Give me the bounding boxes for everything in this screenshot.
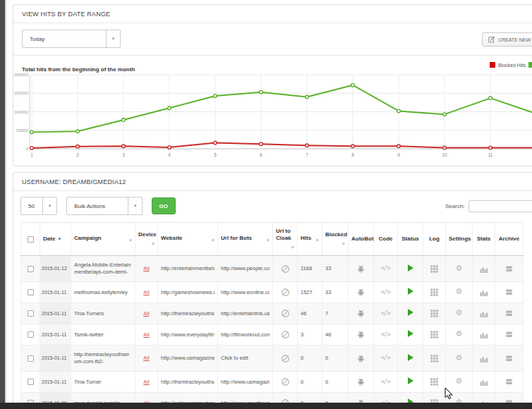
- website-cell[interactable]: http://entertainmentbelays...: [158, 256, 218, 282]
- stats-cell[interactable]: [473, 256, 495, 282]
- row-checkbox[interactable]: [28, 266, 34, 272]
- page-size-select[interactable]: 50 ▾: [20, 197, 57, 215]
- col-header-url-to-cloak[interactable]: Url to Cloak◆: [273, 223, 298, 256]
- go-button[interactable]: GO: [152, 197, 176, 214]
- date-range-select[interactable]: Today ▾: [22, 30, 121, 48]
- svg-text:2: 2: [76, 152, 79, 157]
- code-cell[interactable]: </>: [374, 324, 398, 346]
- settings-cell[interactable]: ⚙: [446, 324, 473, 346]
- url-for-bots-cell[interactable]: Click to edit: [218, 346, 273, 372]
- autobot-cell[interactable]: [349, 372, 374, 393]
- row-checkbox[interactable]: [28, 331, 34, 338]
- stats-cell[interactable]: [473, 346, 495, 372]
- url-to-cloak-cell[interactable]: [273, 256, 298, 282]
- campaign-cell: melthomas-kellylemley: [71, 282, 135, 303]
- create-new-campaign-button[interactable]: CREATE NEW CAMPAIGN: [482, 32, 532, 47]
- code-cell[interactable]: </>: [374, 282, 398, 303]
- select-all-header[interactable]: [21, 223, 40, 256]
- archive-cell[interactable]: [495, 346, 524, 372]
- hits-cell: 46: [298, 303, 322, 324]
- hits-cell: 1527: [298, 282, 322, 303]
- archive-cell[interactable]: [495, 282, 524, 303]
- url-to-cloak-cell[interactable]: [273, 346, 298, 372]
- row-checkbox[interactable]: [28, 379, 34, 385]
- website-cell[interactable]: http://gameshownews.net: [158, 282, 218, 303]
- settings-cell[interactable]: ⚙: [446, 256, 473, 282]
- autobot-cell[interactable]: [349, 256, 374, 282]
- stats-cell[interactable]: [473, 324, 495, 346]
- bar-chart-icon: [479, 354, 488, 363]
- autobot-cell[interactable]: [349, 324, 374, 346]
- row-checkbox[interactable]: [28, 310, 34, 317]
- code-cell[interactable]: </>: [374, 303, 398, 324]
- device-all-link[interactable]: All: [143, 265, 149, 271]
- status-cell[interactable]: [398, 282, 423, 303]
- device-all-link[interactable]: All: [143, 379, 149, 385]
- log-cell[interactable]: [423, 282, 446, 303]
- status-cell[interactable]: [398, 346, 423, 372]
- code-cell[interactable]: </>: [374, 346, 398, 372]
- autobot-cell[interactable]: [349, 282, 374, 303]
- hits-cell: 0: [298, 346, 322, 372]
- log-cell[interactable]: [423, 256, 446, 282]
- url-for-bots-cell[interactable]: http://www.eonline.com/n...: [218, 282, 273, 303]
- url-to-cloak-cell[interactable]: [273, 282, 298, 303]
- dashboard-page: VIEW HITS BY DATE RANGE Today ▾ CREATE N…: [8, 0, 532, 409]
- code-cell[interactable]: </>: [374, 372, 398, 393]
- search-input[interactable]: [468, 200, 532, 212]
- stats-cell[interactable]: [473, 372, 495, 393]
- col-header-hits[interactable]: Hits◆: [298, 223, 322, 256]
- log-cell[interactable]: [423, 372, 446, 393]
- status-cell[interactable]: [398, 324, 423, 346]
- status-cell[interactable]: [398, 372, 423, 393]
- bulk-actions-value: Bulk Actions: [67, 197, 128, 214]
- autobot-cell[interactable]: [349, 346, 374, 372]
- status-cell[interactable]: [398, 256, 423, 282]
- url-for-bots-cell[interactable]: http://fitnworkout.com/: [218, 324, 273, 346]
- row-checkbox[interactable]: [28, 355, 34, 362]
- log-cell[interactable]: [423, 324, 446, 346]
- select-all-checkbox[interactable]: [28, 236, 34, 243]
- url-to-cloak-cell[interactable]: [273, 372, 298, 393]
- log-cell[interactable]: [423, 346, 446, 372]
- settings-cell[interactable]: ⚙: [446, 282, 473, 303]
- row-checkbox[interactable]: [28, 289, 34, 295]
- status-cell[interactable]: [398, 303, 423, 324]
- archive-cell[interactable]: [495, 303, 524, 324]
- code-cell[interactable]: </>: [374, 256, 398, 282]
- blocked-hits-legend-label: Blocked Hits: [498, 63, 526, 68]
- stats-cell[interactable]: [473, 303, 495, 324]
- campaigns-table: Date▼Campaign◆Device◆Website◆Url for Bot…: [20, 222, 524, 409]
- website-cell[interactable]: http://www.usmagazine.c...: [158, 346, 218, 372]
- archive-cell[interactable]: [495, 372, 524, 393]
- website-cell[interactable]: http://themiracleyouthser...: [158, 303, 218, 324]
- url-for-bots-cell[interactable]: http://www.usmagazine.c...: [218, 372, 273, 393]
- col-header-date[interactable]: Date▼: [40, 223, 71, 256]
- col-header-blocked[interactable]: Blocked◆: [322, 223, 349, 256]
- settings-cell[interactable]: ⚙: [446, 303, 473, 324]
- url-to-cloak-cell[interactable]: [273, 303, 298, 324]
- url-to-cloak-cell[interactable]: [273, 324, 298, 346]
- log-cell[interactable]: [423, 303, 446, 324]
- device-all-link[interactable]: All: [143, 355, 149, 361]
- campaign-cell: Tsmik-twitter: [71, 324, 135, 346]
- autobot-cell[interactable]: [349, 303, 374, 324]
- archive-cell[interactable]: [495, 324, 524, 346]
- archive-cell[interactable]: [495, 256, 524, 282]
- col-header-device[interactable]: Device◆: [135, 223, 158, 256]
- stats-cell[interactable]: [473, 282, 495, 303]
- url-for-bots-cell[interactable]: http://entertainthis.usatod...: [218, 303, 273, 324]
- create-new-campaign-label: CREATE NEW CAMPAIGN: [498, 37, 532, 42]
- device-all-link[interactable]: All: [143, 331, 149, 338]
- col-header-url-for-bots[interactable]: Url for Bots◆: [218, 223, 273, 256]
- website-cell[interactable]: http://themiracleyouthser...: [158, 372, 218, 393]
- settings-cell[interactable]: ⚙: [446, 346, 473, 372]
- website-cell[interactable]: http://www.everydayfitnes...: [158, 324, 218, 346]
- col-header-website[interactable]: Website◆: [158, 223, 218, 256]
- col-header-campaign[interactable]: Campaign◆: [71, 223, 135, 256]
- device-all-link[interactable]: All: [143, 289, 149, 295]
- device-all-link[interactable]: All: [143, 310, 149, 317]
- url-for-bots-cell[interactable]: http://www.people.com/ar...: [218, 256, 273, 282]
- log-grid-icon: [430, 309, 439, 318]
- bulk-actions-select[interactable]: Bulk Actions ▾: [66, 197, 143, 215]
